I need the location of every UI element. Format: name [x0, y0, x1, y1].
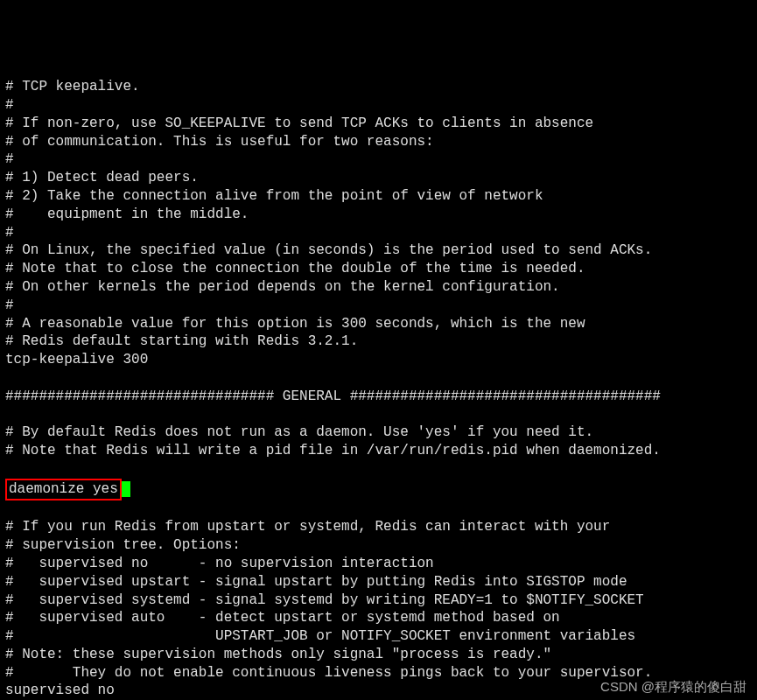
daemonize-setting-text: daemonize yes: [9, 481, 118, 497]
daemonize-setting-highlight: daemonize yes: [5, 479, 122, 500]
terminal-text-before: # TCP keepalive. # # If non-zero, use SO…: [5, 78, 752, 460]
watermark-label: CSDN @程序猿的傻白甜: [600, 678, 746, 696]
terminal-text-after: # If you run Redis from upstart or syste…: [5, 500, 752, 700]
highlight-line: daemonize yes: [5, 479, 130, 500]
cursor-icon: [122, 481, 130, 497]
